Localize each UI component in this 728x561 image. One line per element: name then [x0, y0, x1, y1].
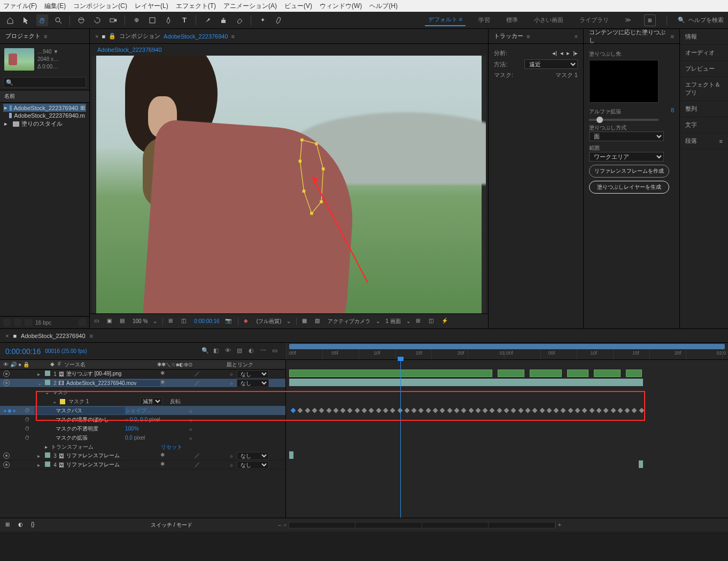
project-item[interactable]: ▸塗りのスタイル: [3, 119, 86, 128]
3d-icon[interactable]: ▧: [315, 318, 322, 325]
tracker-tab[interactable]: トラッカー: [494, 32, 523, 40]
project-column-name[interactable]: 名前: [0, 90, 89, 103]
panel-menu-icon[interactable]: ≡: [90, 333, 93, 339]
project-tab[interactable]: プロジェクト: [5, 32, 41, 40]
parent-select[interactable]: なし: [237, 370, 269, 378]
keyframe[interactable]: [554, 408, 559, 413]
prop-value[interactable]: シェイプ…: [125, 407, 189, 414]
text-tool-icon[interactable]: T: [179, 14, 190, 26]
label-color[interactable]: [45, 380, 50, 385]
property-row[interactable]: ◂ ◆ ▸ ⏱ マスクパス シェイプ… ⟐: [0, 406, 285, 415]
analyze-back-one-icon[interactable]: ◂|: [552, 50, 557, 57]
keyframe[interactable]: [298, 408, 303, 413]
keyframe[interactable]: [425, 408, 431, 413]
menu-help[interactable]: ヘルプ(H): [369, 2, 398, 11]
close-icon[interactable]: ×: [575, 33, 578, 40]
audio-tab[interactable]: オーディオ: [680, 45, 728, 61]
prop-value[interactable]: 0.0: [125, 435, 133, 441]
bpc-toggle[interactable]: 16 bpc: [35, 320, 51, 326]
workspace-standard[interactable]: 標準: [503, 14, 521, 26]
alpha-value[interactable]: 8: [671, 107, 674, 113]
twirl-icon[interactable]: ▸: [37, 462, 45, 468]
time-ruler[interactable]: :00f05f10f15f20f01:00f05f10f15f20f02:0: [286, 343, 728, 359]
zoom-tool-icon[interactable]: [52, 14, 64, 26]
fill-tab[interactable]: コンテンツに応じた塗りつぶし: [589, 28, 668, 44]
twirl-icon[interactable]: ▸: [37, 371, 45, 377]
mask-mode-select[interactable]: 減算: [140, 397, 162, 405]
keyframe[interactable]: [369, 408, 374, 413]
generate-fill-button[interactable]: 塗りつぶしレイヤーを生成: [589, 181, 669, 194]
camera-dropdown[interactable]: アクティブカメラ: [328, 318, 370, 325]
transparency-icon[interactable]: ▦: [302, 318, 309, 325]
workspace-more[interactable]: ≫: [622, 15, 634, 25]
keyframe[interactable]: [319, 408, 324, 413]
selection-tool-icon[interactable]: [20, 14, 32, 26]
keyframe[interactable]: [340, 408, 346, 413]
parent-select[interactable]: なし: [237, 452, 269, 460]
zoom-slider[interactable]: ○: [283, 522, 286, 528]
paragraph-tab[interactable]: 段落≡: [680, 133, 728, 149]
project-tree[interactable]: ▸AdobeStock_222376940⊞ AdobeStock_222376…: [0, 103, 89, 316]
layer-bar[interactable]: [498, 370, 524, 377]
pixel-ar-icon[interactable]: ◫: [429, 318, 436, 325]
snapshot-icon[interactable]: 📷: [225, 318, 233, 325]
composition-viewer[interactable]: [92, 56, 486, 313]
keyframe[interactable]: [639, 408, 644, 413]
new-folder-icon[interactable]: [25, 319, 32, 326]
link-icon[interactable]: ⟐: [230, 462, 235, 467]
zoom-in-icon[interactable]: +: [558, 522, 561, 528]
render-icon[interactable]: ▭: [272, 347, 281, 356]
twirl-icon[interactable]: ⌄: [45, 389, 49, 395]
workspace-default[interactable]: デフォルト ≡: [425, 14, 466, 26]
keyframe[interactable]: [575, 408, 580, 413]
zoom-out-icon[interactable]: –: [278, 522, 281, 528]
keyframe[interactable]: [419, 408, 424, 413]
keyframe[interactable]: [490, 408, 495, 413]
keyframe[interactable]: [383, 408, 388, 413]
motion-blur-icon[interactable]: ◐: [249, 347, 257, 356]
pen-tool-icon[interactable]: [162, 14, 174, 26]
effects-tab[interactable]: エフェクト＆プリ: [680, 77, 728, 101]
comp-mini-icon[interactable]: ◧: [213, 347, 222, 356]
current-time[interactable]: 0:00:00:16: [5, 347, 41, 356]
hand-tool-icon[interactable]: [36, 14, 48, 26]
keyframe[interactable]: [461, 408, 467, 413]
label-color[interactable]: [45, 452, 50, 458]
layer-row[interactable]: ⌄ 2 🎞AdobeStock_222376940.mov ✱／ ⟐なし: [0, 379, 285, 388]
layer-bar[interactable]: [626, 370, 642, 377]
zoom-dropdown[interactable]: 100 %: [133, 318, 148, 324]
panel-menu-icon[interactable]: ≡: [671, 33, 674, 40]
label-col-icon[interactable]: ◆: [50, 361, 55, 368]
layer-bar[interactable]: [530, 370, 562, 377]
puppet-tool-icon[interactable]: [273, 14, 284, 26]
visibility-col-icon[interactable]: 👁: [3, 362, 9, 367]
visibility-toggle[interactable]: [3, 380, 10, 386]
parent-select[interactable]: なし: [237, 461, 269, 469]
mask-invert[interactable]: 反転: [170, 398, 181, 405]
mask-toggle-icon[interactable]: ◫: [181, 318, 189, 325]
layer-bar[interactable]: [567, 370, 588, 377]
project-item[interactable]: AdobeStock_222376940.m: [3, 112, 86, 119]
grid-icon[interactable]: ⊞: [416, 318, 423, 325]
keyframe[interactable]: [518, 408, 523, 413]
mask-color[interactable]: [60, 399, 65, 404]
keyframe[interactable]: [625, 408, 630, 413]
layer-bar[interactable]: [289, 370, 492, 377]
keyframe[interactable]: [603, 408, 609, 413]
visibility-toggle[interactable]: [3, 371, 10, 377]
keyframe[interactable]: [447, 408, 452, 413]
twirl-icon[interactable]: ⌄: [52, 398, 57, 404]
layer-bar[interactable]: [289, 451, 293, 459]
layer-row[interactable]: ▸ 3 🖼リファレンスフレーム ✱／ ⟐なし: [0, 451, 285, 460]
property-row[interactable]: ⏱ マスクの拡張 0.0 pixel ⟐: [0, 433, 285, 442]
time-navigator[interactable]: [289, 522, 556, 528]
stopwatch-icon[interactable]: ⏱: [25, 426, 34, 432]
twirl-icon[interactable]: ▸: [37, 453, 45, 459]
keyframe[interactable]: [412, 408, 417, 413]
menu-effect[interactable]: エフェクト(T): [176, 2, 216, 11]
analyze-fwd-icon[interactable]: ▸: [567, 50, 570, 57]
mask-name[interactable]: マスク 1: [68, 398, 89, 405]
workspace-learn[interactable]: 学習: [475, 14, 493, 26]
menu-comp[interactable]: コンポジション(C): [73, 2, 127, 11]
trash-icon[interactable]: [79, 319, 86, 326]
